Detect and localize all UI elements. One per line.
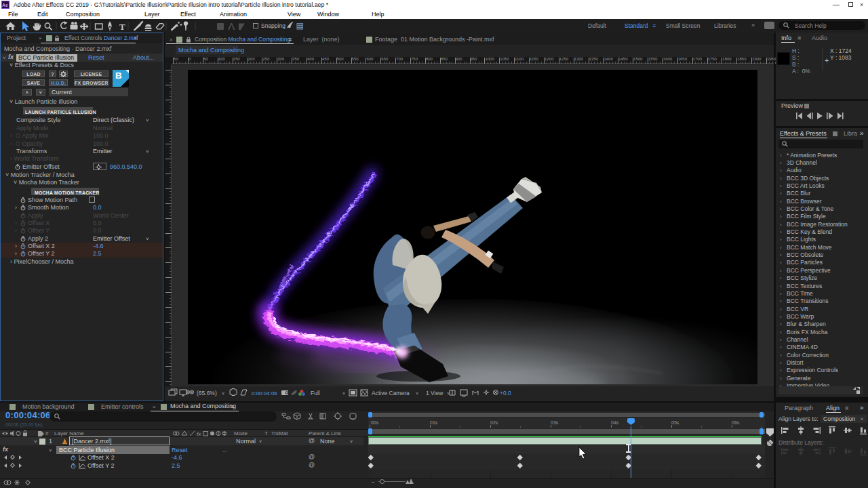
- svg-text:T: T: [119, 22, 125, 32]
- svg-text:fx: fx: [197, 431, 201, 437]
